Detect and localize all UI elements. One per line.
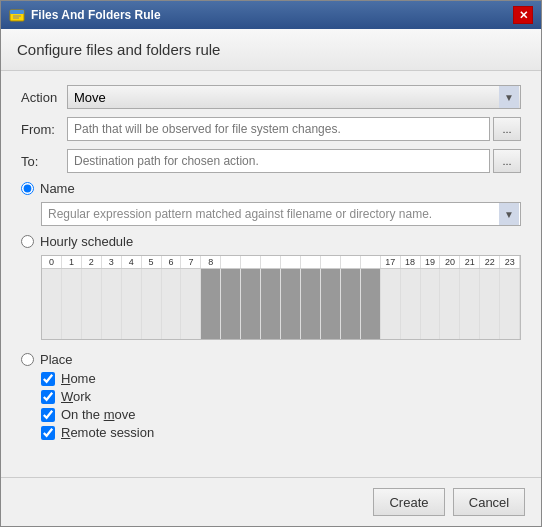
hour-cell-11[interactable] (261, 269, 281, 339)
hour-cell-17[interactable] (381, 269, 401, 339)
title-bar-left: Files And Folders Rule (9, 7, 161, 23)
from-input[interactable] (67, 117, 490, 141)
hour-cell-13[interactable] (301, 269, 321, 339)
name-section: Name (21, 181, 521, 196)
close-button[interactable]: ✕ (513, 6, 533, 24)
on-the-move-checkbox-row: On the move (41, 407, 521, 422)
hour-label-22: 22 (480, 256, 500, 268)
action-select-container: Move Copy Delete Archive ▼ (67, 85, 521, 109)
hourly-labels: 01234567817181920212223 (42, 256, 520, 269)
home-checkbox-row: Home (41, 371, 521, 386)
hour-label-4: 4 (122, 256, 142, 268)
hour-cell-19[interactable] (421, 269, 441, 339)
hour-label-19: 19 (421, 256, 441, 268)
hour-label-18: 18 (401, 256, 421, 268)
work-checkbox[interactable] (41, 390, 55, 404)
to-input[interactable] (67, 149, 490, 173)
hour-cell-6[interactable] (162, 269, 182, 339)
work-label: Work (61, 389, 91, 404)
hour-cell-8[interactable] (201, 269, 221, 339)
action-row: Action Move Copy Delete Archive ▼ (21, 85, 521, 109)
svg-rect-1 (10, 10, 24, 14)
hourly-radio-label[interactable]: Hourly schedule (21, 234, 521, 249)
place-radio-label[interactable]: Place (21, 352, 521, 367)
hour-cell-5[interactable] (142, 269, 162, 339)
hour-cell-7[interactable] (181, 269, 201, 339)
hour-cell-2[interactable] (82, 269, 102, 339)
hourly-section: Hourly schedule 01234567817181920212223 (21, 234, 521, 340)
name-label: Name (40, 181, 75, 196)
hour-label-11 (261, 256, 281, 268)
hour-label-2: 2 (82, 256, 102, 268)
name-radio[interactable] (21, 182, 34, 195)
from-browse-button[interactable]: ... (493, 117, 521, 141)
hour-label-5: 5 (142, 256, 162, 268)
remote-session-label: Remote session (61, 425, 154, 440)
hour-cell-21[interactable] (460, 269, 480, 339)
hour-label-0: 0 (42, 256, 62, 268)
hourly-label: Hourly schedule (40, 234, 133, 249)
hour-label-16 (361, 256, 381, 268)
hour-cell-23[interactable] (500, 269, 520, 339)
hour-label-21: 21 (460, 256, 480, 268)
footer: Create Cancel (1, 477, 541, 526)
on-the-move-checkbox[interactable] (41, 408, 55, 422)
hour-cell-15[interactable] (341, 269, 361, 339)
place-radio[interactable] (21, 353, 34, 366)
action-label: Action (21, 90, 67, 105)
header-title: Configure files and folders rule (17, 41, 220, 58)
hourly-grid: 01234567817181920212223 (41, 255, 521, 340)
hour-cell-4[interactable] (122, 269, 142, 339)
hour-cell-9[interactable] (221, 269, 241, 339)
on-the-move-label: On the move (61, 407, 135, 422)
hour-cell-10[interactable] (241, 269, 261, 339)
hour-label-12 (281, 256, 301, 268)
hour-label-23: 23 (500, 256, 520, 268)
home-label: Home (61, 371, 96, 386)
hour-cell-12[interactable] (281, 269, 301, 339)
hour-cell-22[interactable] (480, 269, 500, 339)
hour-label-1: 1 (62, 256, 82, 268)
title-text: Files And Folders Rule (31, 8, 161, 22)
content: Action Move Copy Delete Archive ▼ From: … (1, 71, 541, 477)
hourly-cells (42, 269, 520, 339)
cancel-button[interactable]: Cancel (453, 488, 525, 516)
place-options: Home Work On the move Remote session (41, 371, 521, 440)
hour-label-9 (221, 256, 241, 268)
window-icon (9, 7, 25, 23)
hour-label-3: 3 (102, 256, 122, 268)
to-row: To: ... (21, 149, 521, 173)
create-button[interactable]: Create (373, 488, 445, 516)
from-label: From: (21, 122, 67, 137)
hour-label-10 (241, 256, 261, 268)
from-row: From: ... (21, 117, 521, 141)
place-label: Place (40, 352, 73, 367)
hour-cell-18[interactable] (401, 269, 421, 339)
window: Files And Folders Rule ✕ Configure files… (0, 0, 542, 527)
hour-cell-20[interactable] (440, 269, 460, 339)
work-checkbox-row: Work (41, 389, 521, 404)
header-section: Configure files and folders rule (1, 29, 541, 71)
to-label: To: (21, 154, 67, 169)
name-dropdown[interactable]: Regular expression pattern matched again… (41, 202, 521, 226)
remote-session-checkbox[interactable] (41, 426, 55, 440)
place-section: Place Home Work On the move Remote sess (21, 352, 521, 440)
title-bar: Files And Folders Rule ✕ (1, 1, 541, 29)
hour-label-17: 17 (381, 256, 401, 268)
hour-cell-16[interactable] (361, 269, 381, 339)
action-select[interactable]: Move Copy Delete Archive (67, 85, 521, 109)
hour-cell-1[interactable] (62, 269, 82, 339)
hourly-radio[interactable] (21, 235, 34, 248)
hour-cell-3[interactable] (102, 269, 122, 339)
to-browse-button[interactable]: ... (493, 149, 521, 173)
hour-cell-14[interactable] (321, 269, 341, 339)
hour-label-14 (321, 256, 341, 268)
name-radio-label[interactable]: Name (21, 181, 521, 196)
hour-cell-0[interactable] (42, 269, 62, 339)
hour-label-15 (341, 256, 361, 268)
home-checkbox[interactable] (41, 372, 55, 386)
hour-label-8: 8 (201, 256, 221, 268)
hour-label-13 (301, 256, 321, 268)
name-dropdown-container: Regular expression pattern matched again… (41, 202, 521, 226)
hour-label-6: 6 (162, 256, 182, 268)
